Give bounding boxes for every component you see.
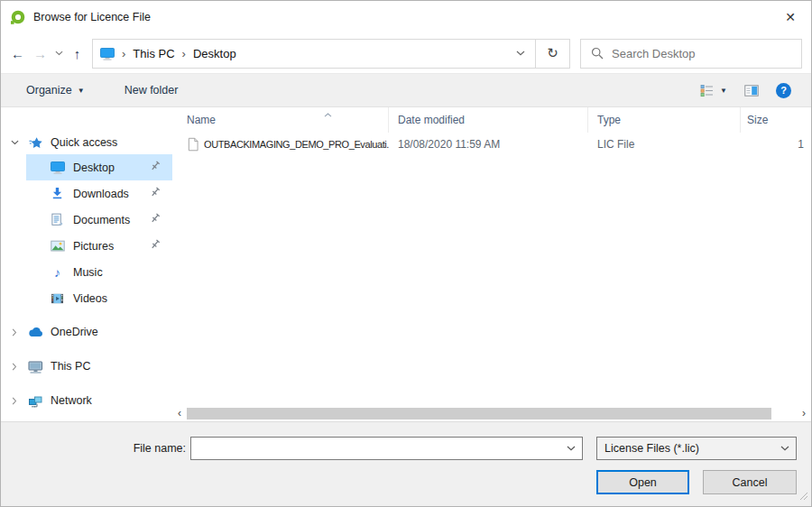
sidebar-item-label: Music — [73, 266, 103, 279]
expand-collapse-chevron[interactable] — [1, 397, 28, 405]
pictures-icon — [50, 239, 65, 253]
file-date-modified: 18/08/2020 11:59 AM — [389, 138, 588, 151]
file-name-input[interactable] — [191, 438, 560, 459]
column-header-date-modified[interactable]: Date modified — [389, 107, 588, 133]
pin-icon — [150, 213, 161, 226]
column-header-type[interactable]: Type — [588, 107, 741, 133]
chevron-right-icon — [12, 328, 17, 336]
preview-pane-icon — [744, 84, 759, 97]
column-label: Size — [747, 114, 768, 126]
browse-licence-dialog: Browse for Licence File ✕ ← → ↑ › This P… — [0, 0, 812, 507]
scroll-right-icon[interactable]: › — [797, 406, 811, 421]
sidebar-item-label: Pictures — [73, 240, 114, 253]
dropdown-arrow-icon: ▼ — [78, 87, 85, 95]
expand-collapse-chevron[interactable] — [1, 328, 28, 336]
dialog-footer: File name: License Files (*.lic) Open Ca… — [1, 421, 811, 506]
sidebar-item-network[interactable]: Network — [1, 389, 172, 412]
expand-collapse-chevron[interactable] — [1, 363, 28, 371]
views-button[interactable]: ▼ — [700, 84, 727, 97]
combo-dropdown-button[interactable] — [560, 446, 582, 451]
up-button[interactable]: ↑ — [66, 46, 88, 61]
onedrive-cloud-icon — [28, 327, 43, 337]
file-size: 1 — [741, 138, 811, 151]
navigation-pane: Quick access Desktop Downloads — [1, 107, 172, 421]
desktop-location-icon — [100, 47, 115, 60]
open-button[interactable]: Open — [596, 470, 689, 494]
pin-icon — [150, 161, 161, 174]
search-input[interactable] — [612, 47, 801, 60]
network-icon — [28, 394, 43, 408]
file-type: LIC File — [588, 138, 741, 151]
sidebar-item-desktop[interactable]: Desktop — [1, 154, 172, 180]
refresh-icon: ↻ — [547, 45, 558, 61]
scroll-left-icon[interactable]: ‹ — [172, 406, 187, 421]
forward-button[interactable]: → — [29, 46, 51, 61]
search-box[interactable] — [580, 39, 802, 69]
breadcrumb-separator: › — [182, 47, 186, 60]
close-icon: ✕ — [785, 10, 796, 24]
chevron-down-icon — [780, 446, 789, 451]
sidebar-item-pictures[interactable]: Pictures — [1, 233, 172, 259]
file-row[interactable]: OUTBACKIMAGING_DEMO_PRO_Evaluati... 18/0… — [172, 133, 811, 156]
chevron-down-icon — [567, 446, 576, 451]
cancel-button[interactable]: Cancel — [703, 470, 797, 494]
close-button[interactable]: ✕ — [770, 1, 811, 33]
documents-icon — [50, 213, 65, 226]
preview-pane-button[interactable] — [744, 84, 759, 97]
sidebar-item-this-pc[interactable]: This PC — [1, 355, 172, 378]
file-type-combobox[interactable]: License Files (*.lic) — [596, 437, 797, 460]
resize-grip[interactable] — [799, 491, 808, 503]
column-label: Type — [597, 114, 621, 126]
chevron-down-icon — [55, 51, 63, 56]
column-header-size[interactable]: Size — [741, 107, 811, 133]
file-name-combobox[interactable] — [190, 437, 583, 460]
search-icon — [591, 47, 604, 60]
sidebar-item-downloads[interactable]: Downloads — [1, 180, 172, 207]
quick-access-star-icon — [28, 136, 43, 150]
recent-locations-button[interactable] — [51, 51, 66, 56]
organize-menu-button[interactable]: Organize ▼ — [26, 84, 85, 97]
sidebar-item-label: Downloads — [73, 188, 129, 200]
refresh-button[interactable]: ↻ — [536, 39, 570, 69]
sidebar-item-quick-access[interactable]: Quick access — [1, 131, 172, 154]
scrollbar-track[interactable] — [187, 406, 797, 421]
help-button[interactable]: ? — [776, 83, 791, 98]
scrollbar-thumb[interactable] — [187, 408, 771, 419]
chevron-right-icon — [12, 397, 17, 405]
column-header-name[interactable]: Name — [172, 107, 389, 133]
details-view-icon — [700, 84, 715, 97]
sidebar-item-documents[interactable]: Documents — [1, 207, 172, 233]
videos-icon — [50, 292, 65, 305]
column-label: Name — [187, 114, 216, 126]
organize-label: Organize — [26, 84, 72, 97]
breadcrumb-separator: › — [122, 47, 125, 60]
sidebar-item-label: Videos — [73, 292, 107, 305]
horizontal-scrollbar[interactable]: ‹ › — [172, 406, 811, 421]
file-type-value: License Files (*.lic) — [597, 442, 774, 455]
address-bar[interactable]: › This PC › Desktop — [92, 39, 536, 69]
title-bar: Browse for Licence File ✕ — [1, 1, 811, 33]
sidebar-item-label: This PC — [51, 360, 90, 373]
sidebar-item-onedrive[interactable]: OneDrive — [1, 320, 172, 344]
file-icon — [187, 137, 198, 152]
chevron-down-icon — [11, 140, 19, 145]
file-name-label: File name: — [1, 437, 186, 460]
combo-dropdown-button[interactable] — [774, 446, 796, 451]
window-title: Browse for Licence File — [33, 11, 151, 23]
expand-collapse-chevron[interactable] — [1, 140, 28, 145]
new-folder-label: New folder — [125, 84, 179, 97]
main-area: Quick access Desktop Downloads — [1, 107, 811, 421]
sidebar-item-music[interactable]: ♪ Music — [1, 259, 172, 285]
breadcrumb-this-pc[interactable]: This PC — [133, 47, 174, 60]
new-folder-button[interactable]: New folder — [125, 84, 179, 97]
address-row: ← → ↑ › This PC › Desktop ↻ — [1, 33, 811, 73]
sidebar-item-videos[interactable]: Videos — [1, 285, 172, 311]
app-logo-icon — [10, 10, 25, 25]
help-icon: ? — [780, 85, 787, 96]
pin-icon — [150, 239, 161, 253]
address-dropdown-button[interactable] — [506, 51, 535, 56]
back-button[interactable]: ← — [6, 46, 29, 61]
breadcrumb-desktop[interactable]: Desktop — [193, 47, 236, 60]
sort-ascending-icon — [324, 107, 332, 120]
column-label: Date modified — [398, 114, 465, 126]
